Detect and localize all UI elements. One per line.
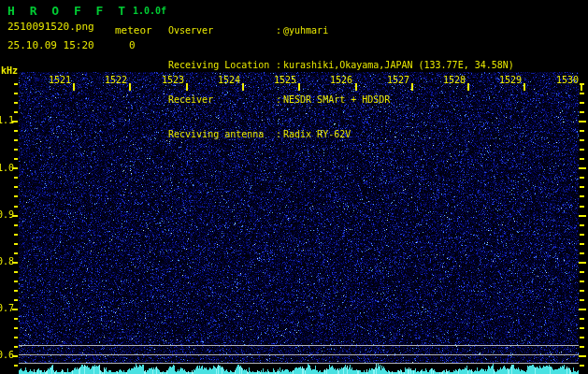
info-label: Recviving antenna	[168, 129, 276, 140]
freq-tick-label: 0.6	[0, 351, 14, 360]
info-value: Radix RY-62V	[283, 129, 351, 140]
time-tick-label: 1528	[440, 76, 468, 85]
info-colon: :	[276, 25, 283, 36]
time-tick-label: 1527	[384, 76, 412, 85]
freq-tick-label: 0.8	[0, 257, 14, 266]
freq-tick-label: 1.0	[0, 164, 14, 173]
time-tick-label: 1523	[159, 76, 187, 85]
info-value: @yuhmari	[283, 25, 328, 36]
info-label: Ovserver	[168, 25, 276, 36]
time-tick-label: 1522	[102, 76, 130, 85]
meteor-count: 0	[129, 39, 136, 51]
info-label: Receiving Location	[168, 60, 276, 71]
info-label: Receiver	[168, 94, 276, 106]
app-title: H R O F F T	[7, 4, 129, 18]
info-row-antenna: Recviving antenna:Radix RY-62V	[168, 129, 514, 140]
freq-tick-label: 0.9	[0, 210, 14, 220]
meteor-counter-label: meteor	[115, 24, 152, 36]
freq-tick-label: 1.1	[0, 116, 14, 125]
time-tick-label: 1526	[327, 76, 355, 85]
freq-tick-label: 0.7	[0, 304, 14, 313]
freq-axis-unit: kHz	[1, 65, 18, 76]
time-tick-label: 1524	[215, 76, 243, 85]
info-value: NESDR SMArt + HDSDR	[283, 94, 390, 106]
info-row-observer: Ovserver:@yuhmari	[168, 25, 514, 36]
app-version: 1.0.0f	[133, 6, 166, 16]
time-tick-label: 1529	[496, 76, 524, 85]
capture-datetime: 25.10.09 15:20	[7, 39, 94, 51]
info-colon: :	[276, 94, 283, 106]
info-row-receiver: Receiver:NESDR SMArt + HDSDR	[168, 94, 514, 106]
time-tick-label: 1521	[46, 76, 74, 85]
capture-filename: 2510091520.png	[7, 21, 94, 33]
hrofft-spectrogram-screenshot: H R O F F T 1.0.0f 2510091520.png meteor…	[0, 0, 588, 374]
info-value: kurashiki,Okayama,JAPAN (133.77E, 34.58N…	[283, 60, 514, 71]
info-row-location: Receiving Location:kurashiki,Okayama,JAP…	[168, 60, 514, 71]
time-tick-label: 1525	[271, 76, 299, 85]
info-colon: :	[276, 60, 283, 71]
time-tick-label: 1530	[553, 76, 581, 85]
info-colon: :	[276, 129, 283, 140]
